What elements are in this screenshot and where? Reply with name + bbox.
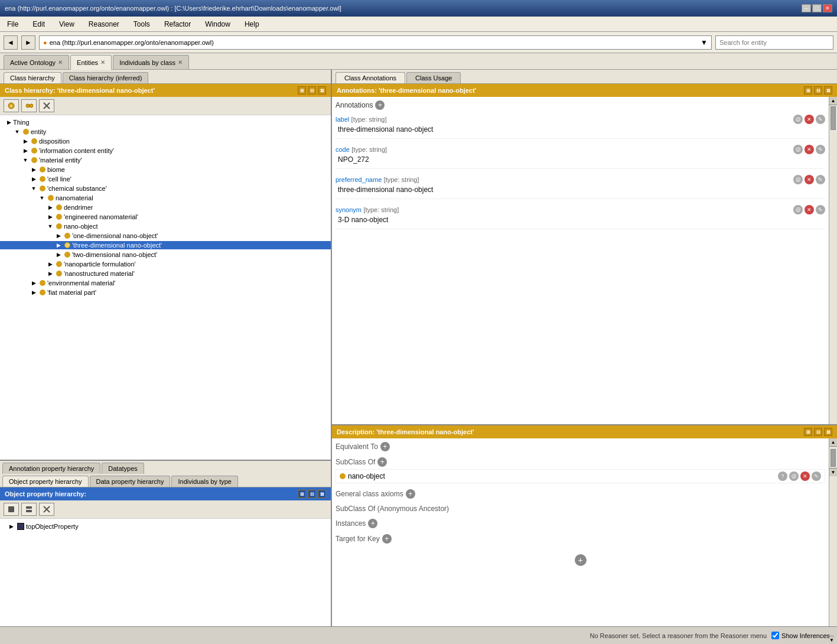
maximize-button[interactable]: □ <box>812 4 822 12</box>
obj-tree-container[interactable]: ▶ topObjectProperty <box>0 519 331 626</box>
desc-icon-3[interactable]: ⊠ <box>824 428 832 436</box>
menu-tools[interactable]: Tools <box>131 19 152 30</box>
tree-row-disposition[interactable]: ▶ disposition <box>0 137 331 145</box>
tree-row-biome[interactable]: ▶ biome <box>0 165 331 174</box>
tree-row-nanoparticle[interactable]: ▶ 'nanoparticle formulation' <box>0 260 331 268</box>
tree-toggle-fiat[interactable]: ▶ <box>30 290 38 295</box>
ann-icon-2[interactable]: ⊟ <box>814 86 822 95</box>
search-input[interactable] <box>715 35 833 50</box>
tree-row-chemical[interactable]: ▼ 'chemical substance' <box>0 184 331 193</box>
annotation-synonym-edit-btn[interactable]: ✎ <box>816 205 825 214</box>
tree-toggle-cellline[interactable]: ▶ <box>30 176 38 182</box>
obj-btn-2[interactable] <box>21 503 37 516</box>
annotation-label-at-btn[interactable]: @ <box>793 115 803 124</box>
close-tab-entities[interactable]: ✕ <box>100 59 105 66</box>
instances-add-button[interactable]: + <box>368 519 377 528</box>
tree-toggle-thing[interactable]: ▶ <box>5 119 13 125</box>
tree-toggle-topObjectProperty[interactable]: ▶ <box>7 523 15 529</box>
obj-icon-1[interactable]: ⊞ <box>298 490 306 498</box>
close-tab-active-ontology[interactable]: ✕ <box>58 59 63 66</box>
annotation-code-at-btn[interactable]: @ <box>793 145 803 154</box>
tree-toggle-environmental[interactable]: ▶ <box>30 280 38 286</box>
obj-icon-2[interactable]: ⊟ <box>308 490 316 498</box>
menu-edit[interactable]: Edit <box>30 19 47 30</box>
ann-icon-3[interactable]: ⊠ <box>824 86 832 95</box>
tree-row-two-dim[interactable]: ▶ 'two-dimensional nano-object' <box>0 251 331 259</box>
forward-button[interactable]: ► <box>21 35 35 50</box>
annotation-synonym-at-btn[interactable]: @ <box>793 205 803 214</box>
tree-toggle-disposition[interactable]: ▶ <box>21 138 30 144</box>
tree-row-topObjectProperty[interactable]: ▶ topObjectProperty <box>2 522 328 531</box>
address-bar[interactable]: ● ena (http://purl.enanomapper.org/onto/… <box>39 35 712 50</box>
tree-row-entity[interactable]: ▼ entity <box>0 128 331 136</box>
tree-toggle-chemical[interactable]: ▼ <box>30 186 38 191</box>
menu-reasoner[interactable]: Reasoner <box>86 19 122 30</box>
nano-object-edit-btn[interactable]: ✎ <box>812 471 821 481</box>
tree-toggle-information[interactable]: ▶ <box>21 148 30 154</box>
ann-icon-1[interactable]: ⊞ <box>804 86 812 95</box>
tree-row-environmental[interactable]: ▶ 'environmental material' <box>0 279 331 287</box>
annotation-code-edit-btn[interactable]: ✎ <box>816 145 825 154</box>
tree-toggle-three-dim[interactable]: ▶ <box>54 242 63 248</box>
menu-view[interactable]: View <box>57 19 77 30</box>
subclass-of-add-button[interactable]: + <box>377 457 387 467</box>
tree-row-fiat[interactable]: ▶ 'fiat material part' <box>0 288 331 297</box>
tree-toggle-nanomaterial[interactable]: ▼ <box>38 195 46 201</box>
tree-toggle-two-dim[interactable]: ▶ <box>54 252 63 258</box>
annotations-scrollbar[interactable]: ▲ ▼ <box>829 97 837 424</box>
tab-entities[interactable]: Entities ✕ <box>70 55 112 70</box>
tree-btn-2[interactable] <box>21 99 37 112</box>
tree-toggle-biome[interactable]: ▶ <box>30 167 38 173</box>
tree-toggle-engineered[interactable]: ▶ <box>46 214 54 220</box>
tree-row-one-dim[interactable]: ▶ 'one-dimensional nano-object' <box>0 232 331 240</box>
tree-toggle-entity[interactable]: ▼ <box>13 129 21 135</box>
general-axioms-add-button[interactable]: + <box>406 489 415 499</box>
tab-active-ontology[interactable]: Active Ontology ✕ <box>4 55 69 69</box>
tab-class-usage[interactable]: Class Usage <box>406 72 461 83</box>
tree-toggle-dendrimer[interactable]: ▶ <box>46 204 54 210</box>
menu-refactor[interactable]: Refactor <box>162 19 193 30</box>
tree-toggle-material[interactable]: ▼ <box>21 157 30 163</box>
tree-row-nanostructured[interactable]: ▶ 'nanostructured material' <box>0 269 331 278</box>
annotation-label-del-btn[interactable]: ✕ <box>805 115 814 124</box>
tab-data-property-hierarchy[interactable]: Data property hierarchy <box>90 476 171 487</box>
annotation-label-edit-btn[interactable]: ✎ <box>816 115 825 124</box>
menu-help[interactable]: Help <box>242 19 262 30</box>
obj-btn-1[interactable] <box>4 503 19 516</box>
address-dropdown-icon[interactable]: ▼ <box>701 38 708 47</box>
hierarchy-icon-1[interactable]: ⊞ <box>298 86 306 95</box>
desc-icon-2[interactable]: ⊟ <box>814 428 822 436</box>
obj-icon-3[interactable]: ⊠ <box>318 490 326 498</box>
hierarchy-icon-3[interactable]: ⊠ <box>318 86 326 95</box>
tab-individuals-by-class[interactable]: Individuals by class ✕ <box>113 55 189 69</box>
nano-object-del-btn[interactable]: ✕ <box>800 471 810 481</box>
annotation-preferred-edit-btn[interactable]: ✎ <box>816 175 825 184</box>
minimize-button[interactable]: ─ <box>802 4 811 12</box>
target-for-key-add-button[interactable]: + <box>382 534 392 544</box>
annotation-synonym-del-btn[interactable]: ✕ <box>805 205 814 214</box>
tab-class-annotations[interactable]: Class Annotations <box>336 72 405 83</box>
close-button[interactable]: ✕ <box>823 4 832 12</box>
annotation-preferred-at-btn[interactable]: @ <box>793 175 803 184</box>
tree-row-dendrimer[interactable]: ▶ dendrimer <box>0 203 331 212</box>
desc-icon-1[interactable]: ⊞ <box>804 428 812 436</box>
tree-toggle-nanoparticle[interactable]: ▶ <box>46 261 54 267</box>
tab-datatypes[interactable]: Datatypes <box>102 463 144 474</box>
tree-row-three-dim[interactable]: ▶ 'three-dimensional nano-object' <box>0 241 331 249</box>
menu-file[interactable]: File <box>5 19 21 30</box>
annotations-add-button[interactable]: + <box>375 100 385 110</box>
show-inferences-checkbox[interactable] <box>771 632 779 639</box>
tree-toggle-nanostructured[interactable]: ▶ <box>46 271 54 277</box>
tab-object-property-hierarchy[interactable]: Object property hierarchy <box>2 476 89 487</box>
description-scrollbar[interactable]: ▲ ▼ <box>829 438 837 626</box>
subtab-class-hierarchy-inferred[interactable]: Class hierarchy (inferred) <box>63 72 148 83</box>
tree-row-engineered[interactable]: ▶ 'engineered nanomaterial' <box>0 213 331 221</box>
tree-toggle-one-dim[interactable]: ▶ <box>54 233 63 239</box>
tree-btn-1[interactable]: + <box>4 99 19 112</box>
tree-row-information[interactable]: ▶ 'information content entity' <box>0 147 331 155</box>
close-tab-individuals[interactable]: ✕ <box>178 59 183 66</box>
obj-btn-3[interactable] <box>39 503 54 516</box>
annotation-preferred-del-btn[interactable]: ✕ <box>805 175 814 184</box>
subtab-class-hierarchy[interactable]: Class hierarchy <box>4 72 61 83</box>
tree-row-nanomaterial[interactable]: ▼ nanomaterial <box>0 194 331 202</box>
